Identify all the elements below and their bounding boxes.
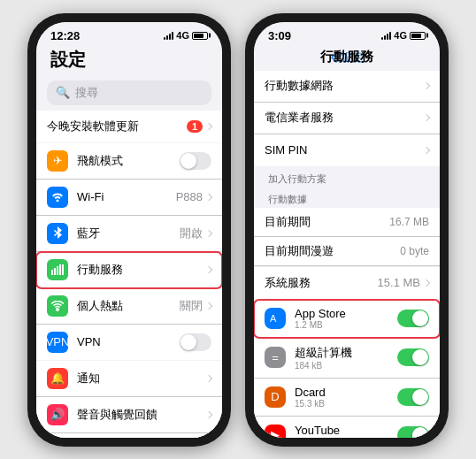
youtube-size: 26.7 kB: [295, 437, 397, 438]
svg-rect-2: [57, 266, 58, 275]
hotspot-chevron: [205, 302, 212, 309]
signal-icon: [164, 31, 173, 40]
roaming-value: 0 byte: [400, 245, 429, 257]
network-type-right: 4G: [394, 30, 407, 41]
notifications-chevron: [205, 374, 212, 381]
airplane-label: 飛航模式: [77, 153, 180, 169]
dcard-size: 15.3 kB: [295, 399, 397, 409]
battery-icon-right: [410, 32, 426, 40]
list-item-focus[interactable]: 🌙 專注模式: [36, 433, 222, 438]
current-period-value: 16.7 MB: [389, 216, 429, 228]
update-badge: 1: [187, 120, 203, 133]
svg-rect-4: [62, 264, 64, 275]
bluetooth-icon: [47, 223, 68, 244]
list-item-youtube[interactable]: ▶ YouTube 26.7 kB: [254, 417, 440, 438]
signal-icon-right: [381, 31, 391, 40]
carrier-chevron: [423, 114, 430, 121]
list-item-carrier[interactable]: 電信業者服務: [254, 103, 440, 134]
youtube-label: YouTube: [295, 424, 397, 437]
calculator-info: 超級計算機 184 kB: [295, 345, 397, 371]
time-left: 12:28: [50, 29, 80, 42]
left-phone: 12:28 4G 設定 🔍 搜尋 今晚安裝軟體更新 1: [27, 13, 231, 447]
vpn-label: VPN: [77, 335, 180, 348]
dcard-icon: D: [265, 386, 286, 408]
data-row-current: 目前期間 16.7 MB: [254, 208, 440, 237]
system-services-label: 系統服務: [265, 275, 378, 291]
list-item-bluetooth[interactable]: 藍牙 開啟: [36, 216, 222, 252]
svg-text:A: A: [270, 313, 277, 324]
data-section-header: 行動數據: [254, 187, 440, 208]
dcard-toggle[interactable]: [397, 388, 429, 406]
bluetooth-chevron: [205, 229, 212, 236]
status-bar-left: 12:28 4G: [36, 22, 222, 46]
svg-rect-0: [51, 270, 53, 275]
list-item-sim-pin[interactable]: SIM PIN: [254, 134, 440, 166]
svg-rect-3: [59, 264, 61, 275]
list-item-airplane[interactable]: ✈ 飛航模式: [36, 143, 222, 180]
page-title-left: 設定: [36, 46, 222, 77]
list-item-calculator[interactable]: = 超級計算機 184 kB: [254, 338, 440, 379]
data-row-roaming: 目前期間漫遊 0 byte: [254, 237, 440, 266]
calculator-label: 超級計算機: [295, 345, 397, 361]
page-title-right: 行動服務: [320, 49, 373, 65]
cellular-icon: [47, 259, 68, 280]
list-item-appstore[interactable]: A App Store 1.2 MB: [254, 300, 440, 338]
appstore-size: 1.2 MB: [295, 320, 397, 330]
hotspot-icon: [47, 295, 68, 317]
wifi-chevron: [205, 193, 212, 200]
list-item-cellular-data[interactable]: 行動數據網路: [254, 71, 440, 103]
status-icons-left: 4G: [164, 30, 208, 41]
youtube-toggle[interactable]: [397, 426, 429, 438]
list-item-vpn[interactable]: VPN VPN: [36, 325, 222, 360]
network-type-left: 4G: [176, 30, 189, 41]
battery-icon: [192, 32, 208, 40]
vpn-toggle[interactable]: [180, 333, 211, 351]
wifi-icon: [47, 187, 68, 208]
system-services-chevron: [423, 279, 430, 286]
appstore-icon: A: [265, 308, 286, 329]
time-right: 3:09: [268, 29, 291, 42]
list-item-wifi[interactable]: Wi-Fi P888: [36, 180, 222, 216]
sim-pin-label: SIM PIN: [265, 143, 424, 157]
hotspot-value: 關閉: [180, 298, 203, 314]
cellular-label: 行動服務: [77, 262, 206, 278]
search-bar[interactable]: 🔍 搜尋: [47, 80, 211, 105]
appstore-toggle[interactable]: [397, 310, 429, 327]
cellular-data-label: 行動數據網路: [265, 78, 424, 94]
airplane-icon: ✈: [47, 150, 68, 172]
vpn-icon: VPN: [47, 332, 68, 353]
calculator-icon: =: [265, 347, 286, 368]
list-item-sound[interactable]: 🔊 聲音與觸覺回饋: [36, 397, 222, 433]
airplane-toggle[interactable]: [180, 152, 211, 170]
sim-pin-chevron: [423, 146, 430, 153]
svg-rect-1: [54, 268, 56, 275]
cellular-data-chevron: [423, 82, 430, 89]
status-icons-right: 4G: [381, 30, 426, 41]
hotspot-label: 個人熱點: [77, 298, 180, 314]
bluetooth-value: 開啟: [180, 226, 203, 241]
appstore-label: App Store: [295, 307, 397, 320]
list-item-cellular[interactable]: 行動服務: [36, 252, 222, 288]
list-item-dcard[interactable]: D Dcard 15.3 kB: [254, 379, 440, 417]
cellular-chevron: [205, 265, 212, 272]
calculator-toggle[interactable]: [397, 348, 429, 366]
sound-label: 聲音與觸覺回饋: [77, 407, 206, 423]
wifi-value: P888: [176, 190, 203, 203]
youtube-icon: ▶: [265, 425, 286, 438]
dcard-label: Dcard: [295, 386, 397, 399]
notifications-icon: 🔔: [47, 368, 68, 389]
system-services-value: 15.1 MB: [378, 276, 420, 289]
right-phone: 3:09 4G 設定 行動服務 行動數據網路: [245, 13, 449, 447]
update-label: 今晚安裝軟體更新: [47, 119, 187, 134]
list-item-system-services[interactable]: 系統服務 15.1 MB: [254, 267, 440, 299]
list-item-notifications[interactable]: 🔔 通知: [36, 361, 222, 397]
bluetooth-label: 藍牙: [77, 226, 180, 241]
svg-point-5: [56, 308, 59, 311]
status-bar-right: 3:09 4G: [254, 22, 440, 46]
chevron-icon: [205, 122, 212, 129]
sound-chevron: [205, 410, 212, 417]
current-period-label: 目前期間: [265, 214, 389, 230]
update-row[interactable]: 今晚安裝軟體更新 1: [36, 111, 222, 142]
list-item-hotspot[interactable]: 個人熱點 關閉: [36, 288, 222, 325]
roaming-label: 目前期間漫遊: [265, 243, 400, 259]
